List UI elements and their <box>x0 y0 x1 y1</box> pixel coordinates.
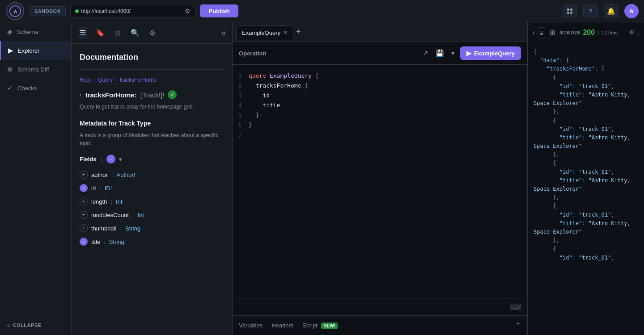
doc-title: Documentation <box>80 53 224 70</box>
collapse-arrow-icon: « <box>7 322 10 328</box>
metadata-title: Metadata for Track Type <box>80 120 224 127</box>
save-icon[interactable]: 💾 <box>434 47 446 59</box>
tab-add-icon[interactable]: + <box>296 27 301 37</box>
bottom-tabs: Variables Headers Script NEW! ⌃ <box>233 315 527 335</box>
collapse-label: COLLAPSE <box>13 322 42 328</box>
resp-list-view-icon[interactable]: ≡ <box>538 27 545 38</box>
sidebar-item-schema-diff[interactable]: ⊕ Schema Diff <box>0 60 71 79</box>
sidebar-item-label-schema-diff: Schema Diff <box>17 66 49 73</box>
url-settings-icon[interactable]: ⚙ <box>185 8 191 15</box>
response-toolbar: ‹ ≡ ⊞ STATUS 200 | 12.0ms ⎘ ↓ <box>528 22 644 43</box>
resp-chevron-icon[interactable]: ‹ <box>533 29 535 37</box>
panel-collapse-icon[interactable]: « <box>221 28 226 38</box>
doc-view-icon[interactable]: ☰ <box>78 27 88 39</box>
tab-close-icon[interactable]: ✕ <box>283 29 288 36</box>
field-add-length-icon[interactable]: + <box>80 197 88 205</box>
field-modules-type: Int <box>137 212 144 218</box>
download-response-icon[interactable]: ↓ <box>636 29 640 36</box>
field-add-thumbnail-icon[interactable]: + <box>80 224 88 232</box>
fields-filter-button[interactable]: − <box>106 155 115 163</box>
share-icon[interactable]: ↗ <box>421 47 430 59</box>
editor-area[interactable]: 1 query ExampleQuery { 2 tracksForHome {… <box>233 65 527 298</box>
field-thumbnail-name: thumbnail <box>91 225 116 232</box>
sandbox-badge: SANDBOX <box>30 6 66 16</box>
avatar[interactable]: A <box>624 4 639 18</box>
save-dropdown-icon[interactable]: ▾ <box>449 47 457 59</box>
field-modules-name: modulesCount <box>91 212 129 218</box>
operation-label: Operation <box>239 50 417 57</box>
apollo-studio-icon[interactable] <box>563 4 577 18</box>
fields-dropdown-icon[interactable]: ▾ <box>119 156 122 163</box>
field-id: ✓ id : ID! <box>80 181 224 195</box>
collapse-button[interactable]: « COLLAPSE <box>7 322 64 328</box>
settings-icon[interactable]: ⚙ <box>148 27 157 39</box>
field-check-id-icon[interactable]: ✓ <box>80 184 88 192</box>
field-modules-count: + modulesCount : Int <box>80 208 224 222</box>
run-button[interactable]: ▶ ExampleQuery <box>460 46 521 60</box>
metadata-description: A track is a group of Modules that teach… <box>80 131 224 147</box>
sidebar-item-checks[interactable]: ✓ Checks <box>0 79 71 97</box>
svg-rect-3 <box>570 8 572 11</box>
field-author: + author : Author! <box>80 168 224 181</box>
bottom-tab-variables[interactable]: Variables <box>239 320 263 331</box>
svg-rect-4 <box>567 12 569 14</box>
svg-rect-5 <box>570 12 572 14</box>
tab-bar: ExampleQuery ✕ + <box>233 22 527 42</box>
sidebar-item-label-schema: Schema <box>17 29 38 35</box>
field-title-name: title <box>91 239 100 245</box>
search-icon[interactable]: 🔍 <box>129 27 141 39</box>
bottom-chevron-icon[interactable]: ⌃ <box>515 321 521 330</box>
field-length-type: Int <box>116 198 122 205</box>
code-line-5: 5 } <box>233 110 527 120</box>
notification-icon[interactable]: 🔔 <box>604 4 618 18</box>
breadcrumb-query[interactable]: Query <box>98 77 113 83</box>
code-line-3: 3 id <box>233 91 527 100</box>
back-button[interactable]: ‹ <box>80 91 82 98</box>
field-add-author-icon[interactable]: + <box>80 171 88 179</box>
copy-response-icon[interactable]: ⎘ <box>630 29 634 36</box>
bottom-tab-headers[interactable]: Headers <box>271 320 293 331</box>
publish-button[interactable]: Publish <box>200 4 239 17</box>
code-line-2: 2 tracksForHome { <box>233 81 527 91</box>
run-btn-label: ExampleQuery <box>474 50 515 57</box>
query-description: Query to get tracks array for the homepa… <box>80 103 224 111</box>
sidebar-item-schema[interactable]: ◈ Schema <box>0 22 71 41</box>
url-status-dot <box>75 9 79 13</box>
code-line-7: 7 <box>233 130 527 139</box>
breadcrumb-tracks[interactable]: tracksForHome <box>120 77 157 83</box>
logo[interactable]: A <box>5 1 25 21</box>
url-text: http://localhost:4000/ <box>81 8 182 14</box>
fields-header: Fields ↓ − ▾ <box>80 155 224 163</box>
operation-bar: Operation ↗ 💾 ▾ ▶ ExampleQuery <box>233 42 527 65</box>
code-line-6: 6 } <box>233 120 527 130</box>
field-author-type: Author! <box>117 172 136 178</box>
field-length: + length : Int <box>80 195 224 208</box>
field-title: ✓ title : String! <box>80 235 224 248</box>
sort-icon[interactable]: ↓ <box>100 156 103 163</box>
tab-example-query[interactable]: ExampleQuery ✕ <box>236 25 293 40</box>
field-add-modules-icon[interactable]: + <box>80 211 88 219</box>
sidebar-item-explorer[interactable]: ▶ Explorer <box>0 41 71 60</box>
query-header: ‹ tracksForHome: [Track!]! ✓ <box>80 90 224 99</box>
schema-icon: ◈ <box>7 28 13 36</box>
response-panel: ‹ ≡ ⊞ STATUS 200 | 12.0ms ⎘ ↓ { "data": … <box>528 22 644 335</box>
doc-panel: ☰ 🔖 ◷ 🔍 ⚙ « Documentation Root › Query ›… <box>72 22 233 335</box>
sidebar-item-label-checks: Checks <box>17 85 37 92</box>
schema-diff-icon: ⊕ <box>7 65 13 73</box>
bottom-tab-script[interactable]: Script NEW! <box>302 320 338 331</box>
url-bar[interactable]: http://localhost:4000/ ⚙ <box>70 5 195 17</box>
code-line-4: 4 title <box>233 100 527 110</box>
history-icon[interactable]: ◷ <box>113 27 123 39</box>
query-type: [Track!]! <box>140 91 165 99</box>
field-check-title-icon[interactable]: ✓ <box>80 238 88 246</box>
breadcrumb-root[interactable]: Root <box>80 77 91 83</box>
doc-content: Documentation Root › Query › tracksForHo… <box>72 44 232 335</box>
field-thumbnail: + thumbnail : String <box>80 222 224 235</box>
bookmark-icon[interactable]: 🔖 <box>94 27 106 39</box>
main-layout: ◈ Schema ▶ Explorer ⊕ Schema Diff ✓ Chec… <box>0 22 644 335</box>
resp-table-view-icon[interactable]: ⊞ <box>548 27 557 38</box>
field-title-type: String! <box>109 239 126 245</box>
breadcrumb: Root › Query › tracksForHome <box>80 77 224 83</box>
editor-bottom-bar: ⌨ <box>233 298 527 315</box>
help-icon[interactable]: ? <box>583 4 597 18</box>
